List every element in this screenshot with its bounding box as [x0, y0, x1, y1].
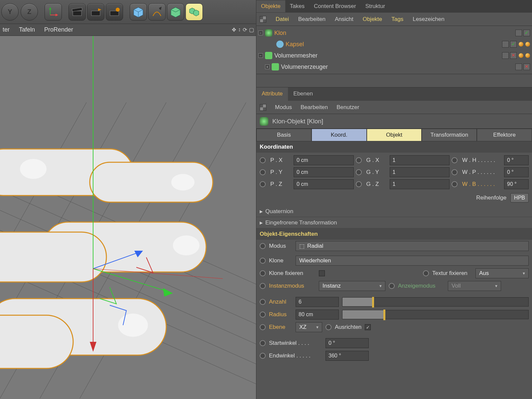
dropdown-klone[interactable]: Wiederholen — [296, 256, 529, 266]
om-ansicht[interactable]: Ansicht — [335, 16, 353, 23]
dropdown-instanz[interactable]: Instanz▼ — [319, 281, 385, 291]
param-radio[interactable] — [260, 312, 266, 318]
spline-tool-button[interactable] — [148, 3, 166, 21]
om-objekte[interactable]: Objekte — [363, 16, 382, 23]
checkbox-ausrichten[interactable]: ✓ — [365, 324, 371, 330]
expander-icon[interactable]: − — [258, 53, 263, 58]
tab-content-browser[interactable]: Content Browser — [309, 0, 361, 12]
section-quaternion[interactable]: ▶Quaternion — [256, 206, 532, 217]
visibility-flag[interactable] — [510, 41, 517, 48]
render-button[interactable] — [68, 3, 86, 21]
tag-icon[interactable] — [519, 42, 523, 47]
tree-row-volmesher[interactable]: − Volumenmesher — [256, 50, 532, 61]
param-radio[interactable] — [326, 324, 332, 330]
layer-flag[interactable] — [515, 64, 522, 70]
param-radio[interactable] — [356, 157, 362, 163]
tab-struktur[interactable]: Struktur — [361, 0, 390, 12]
subtab-basis[interactable]: Basis — [256, 129, 312, 141]
expander-icon[interactable]: − — [258, 31, 263, 35]
param-radio[interactable] — [452, 157, 458, 163]
tree-row-volerz[interactable]: + Volumenerzeuger — [256, 61, 532, 72]
field-anzahl[interactable]: 6 — [296, 297, 339, 307]
menu-item-prorender[interactable]: ProRender — [44, 26, 73, 33]
field-wb[interactable]: 90 ° — [504, 179, 529, 189]
param-radio[interactable] — [260, 353, 266, 359]
vp-zoom-icon[interactable]: ↕ — [238, 27, 241, 33]
field-px[interactable]: 0 cm — [294, 155, 354, 165]
cube-primitive-button[interactable] — [130, 3, 147, 21]
visibility-flag[interactable] — [523, 64, 530, 70]
field-gx[interactable]: 1 — [390, 155, 450, 165]
am-bearbeiten[interactable]: Bearbeiten — [301, 104, 328, 111]
subtab-objekt[interactable]: Objekt — [367, 129, 422, 141]
param-radio[interactable] — [260, 283, 266, 289]
vp-max-icon[interactable]: ▢ — [249, 27, 254, 33]
field-pz[interactable]: 0 cm — [294, 179, 354, 189]
param-radio[interactable] — [452, 181, 458, 187]
menu-item-1[interactable]: ter — [3, 26, 10, 33]
param-radio[interactable] — [260, 299, 266, 305]
subtab-transformation[interactable]: Transformation — [422, 129, 477, 141]
tab-attribute[interactable]: Attribute — [256, 87, 288, 101]
axis-z-button[interactable]: Z — [21, 3, 38, 21]
field-end[interactable]: 360 ° — [326, 351, 369, 361]
dropdown-ebene[interactable]: XZ▼ — [296, 322, 322, 332]
axis-y-button[interactable]: Y — [1, 3, 19, 21]
param-radio[interactable] — [452, 169, 458, 175]
section-eingefroren[interactable]: ▶Eingefrorene Transformation — [256, 217, 532, 228]
slider-anzahl[interactable] — [342, 297, 529, 307]
field-wp[interactable]: 0 ° — [504, 167, 529, 177]
om-bearbeiten[interactable]: Bearbeiten — [298, 16, 326, 23]
tree-row-kapsel[interactable]: Kapsel — [256, 39, 532, 50]
order-dropdown[interactable]: HPB — [510, 193, 529, 202]
layer-flag[interactable] — [515, 30, 522, 36]
layer-flag[interactable] — [502, 52, 509, 59]
om-lesezeichen[interactable]: Lesezeichen — [413, 16, 444, 23]
tab-ebenen[interactable]: Ebenen — [288, 87, 318, 101]
grid-icon[interactable] — [260, 16, 266, 23]
field-start[interactable]: 0 ° — [326, 338, 369, 348]
param-radio[interactable] — [423, 270, 429, 276]
field-gy[interactable]: 1 — [390, 167, 450, 177]
generator-button[interactable] — [167, 3, 184, 21]
param-radio[interactable] — [260, 243, 266, 249]
param-radio[interactable] — [356, 181, 362, 187]
menu-item-tafeln[interactable]: Tafeln — [19, 26, 35, 33]
slider-radius[interactable] — [342, 310, 529, 319]
tree-row-klon[interactable]: − Klon — [256, 27, 532, 39]
vp-rotate-icon[interactable]: ⟳ — [243, 27, 247, 33]
am-benutzer[interactable]: Benutzer — [336, 104, 359, 111]
layer-flag[interactable] — [502, 41, 509, 48]
dropdown-modus[interactable]: ⬚Radial — [296, 241, 529, 251]
3d-viewport[interactable] — [0, 36, 256, 399]
param-radio[interactable] — [260, 157, 266, 163]
grid-icon[interactable] — [260, 104, 266, 111]
am-modus[interactable]: Modus — [275, 104, 292, 111]
dropdown-texturfix[interactable]: Aus▼ — [475, 268, 529, 278]
field-gz[interactable]: 1 — [390, 179, 450, 189]
om-tags[interactable]: Tags — [391, 16, 403, 23]
param-radio[interactable] — [260, 258, 266, 264]
tag-icon[interactable] — [525, 53, 530, 58]
visibility-flag[interactable] — [523, 30, 530, 36]
tag-icon[interactable] — [519, 53, 523, 58]
subtab-effektoren[interactable]: Effektore — [477, 129, 532, 141]
vp-move-icon[interactable]: ✥ — [232, 27, 236, 33]
checkbox-klonefix[interactable] — [319, 270, 325, 276]
param-radio[interactable] — [260, 270, 266, 276]
subtab-koord[interactable]: Koord. — [312, 129, 367, 141]
field-radius[interactable]: 80 cm — [296, 310, 339, 320]
field-wh[interactable]: 0 ° — [504, 155, 529, 165]
expander-icon[interactable]: + — [265, 65, 270, 69]
tag-icon[interactable] — [525, 42, 530, 47]
param-radio[interactable] — [260, 169, 266, 175]
tab-objekte[interactable]: Objekte — [256, 0, 285, 12]
param-radio[interactable] — [356, 169, 362, 175]
param-radio[interactable] — [260, 340, 266, 346]
render-settings-button[interactable] — [106, 3, 123, 21]
om-datei[interactable]: Datei — [276, 16, 289, 23]
visibility-flag[interactable] — [510, 52, 517, 59]
tab-takes[interactable]: Takes — [285, 0, 309, 12]
coord-system-button[interactable] — [45, 3, 62, 21]
param-radio[interactable] — [260, 181, 266, 187]
